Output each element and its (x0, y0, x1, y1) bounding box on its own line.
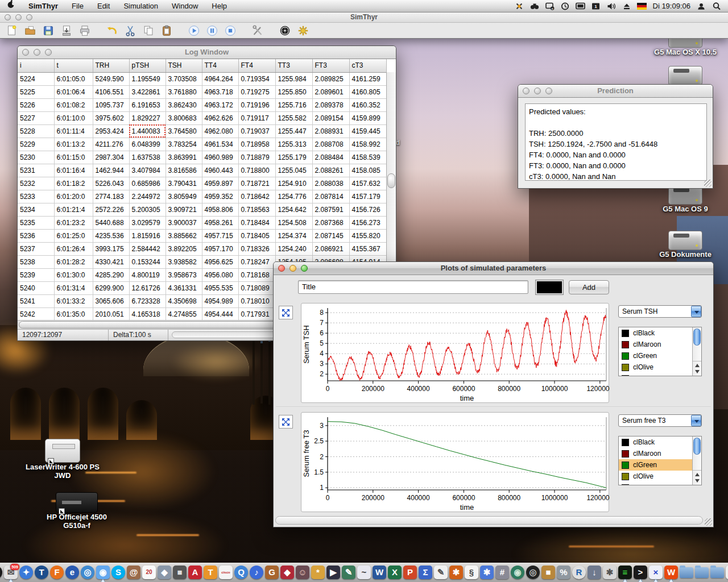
plots-window-titlebar[interactable]: Plots of simulated parameters (274, 262, 713, 275)
table-cell[interactable]: 0.719196 (238, 98, 275, 111)
dock-item-tiles[interactable]: # (495, 564, 509, 581)
dock-item-calculator[interactable]: % (557, 564, 570, 581)
menu-clock[interactable]: Di 19:09:06 (652, 2, 692, 10)
table-cell[interactable]: 2953.424 (93, 124, 129, 138)
table-cell[interactable]: 6:01:13:2 (54, 138, 93, 151)
table-cell[interactable]: 5240 (18, 281, 54, 294)
pause-simulation-button[interactable] (205, 24, 220, 38)
table-cell[interactable]: 4958.806 (202, 203, 238, 216)
table-cell[interactable]: 4.165318 (129, 307, 166, 321)
table-cell[interactable]: 4960.443 (202, 164, 238, 177)
dock-item-thunderbird[interactable]: T (35, 564, 48, 581)
table-cell[interactable]: 0.719275 (238, 85, 275, 98)
table-cell[interactable]: 4959.897 (202, 177, 238, 190)
menu-item-simthyr[interactable]: SimThyr (22, 0, 65, 13)
tools-button[interactable] (250, 24, 265, 38)
dock-item-globe-pen[interactable]: ✎ (342, 564, 355, 581)
column-header-cT3[interactable]: cT3 (349, 59, 386, 72)
zoom-button[interactable] (45, 49, 52, 56)
color-list-item[interactable] (619, 482, 701, 485)
table-cell[interactable]: 1254.776 (275, 190, 312, 203)
desktop-icon-g5-dokumente[interactable]: G5 Dokumente (657, 231, 714, 259)
scrollbar-arrows[interactable] (693, 361, 701, 376)
table-cell[interactable]: 5225 (18, 85, 54, 98)
dock-item-dashboard[interactable]: ◉ (0, 564, 2, 581)
dropdown-button[interactable] (691, 306, 701, 317)
table-cell[interactable]: 1255.850 (275, 85, 312, 98)
color-list-item-clOlive[interactable]: clOlive (619, 361, 701, 373)
color-list-tsh[interactable]: clBlackclMaroonclGreenclOlive (618, 327, 702, 376)
color-list-item-clGreen[interactable]: clGreen (619, 350, 701, 361)
dock-item-garageband[interactable]: G (265, 564, 279, 581)
table-cell[interactable]: 2.088261 (312, 164, 349, 177)
table-cell[interactable]: 4.274855 (166, 307, 202, 321)
column-header-FT4[interactable]: FT4 (238, 59, 275, 72)
dock-item-acrobat-reader[interactable]: A (188, 564, 202, 581)
eject-icon[interactable] (621, 1, 632, 11)
dock-item-certificate-doc[interactable]: § (465, 564, 478, 581)
plots-horizontal-scrollbar[interactable] (275, 516, 703, 525)
table-cell[interactable]: 4160.352 (349, 98, 386, 111)
table-cell[interactable]: 4964.264 (202, 72, 238, 85)
table-cell[interactable]: 6299.900 (93, 281, 129, 294)
dock-item-folder-documents[interactable] (695, 564, 709, 581)
table-cell[interactable]: 6:01:08:2 (54, 98, 93, 111)
dock-item-mathematica[interactable]: ✱ (449, 564, 463, 581)
table-cell[interactable]: 4956.625 (202, 255, 238, 268)
table-cell[interactable]: 4.800119 (129, 268, 166, 281)
table-cell[interactable]: 3.863991 (166, 151, 202, 164)
display-icon[interactable] (575, 1, 586, 11)
table-cell[interactable]: 2.087591 (312, 203, 349, 216)
table-cell[interactable]: 3.909721 (166, 203, 202, 216)
plot-title-input[interactable]: Title (298, 280, 528, 294)
dock-item-print-utility[interactable]: ↓ (588, 564, 601, 581)
table-cell[interactable]: 3.761880 (166, 85, 202, 98)
zoom-button[interactable] (26, 14, 32, 20)
color-list-item-clGreen[interactable]: clGreen (619, 459, 701, 471)
table-cell[interactable]: 2.088038 (312, 177, 349, 190)
table-cell[interactable]: 1254.642 (275, 203, 312, 216)
dock-item-folder-downloads[interactable] (710, 564, 724, 581)
column-header-TRH[interactable]: TRH (93, 59, 129, 72)
undo-button[interactable] (105, 24, 119, 38)
menu-item-window[interactable]: Window (165, 0, 205, 13)
table-cell[interactable]: 2.088484 (312, 151, 349, 164)
table-cell[interactable]: 2.087368 (312, 216, 349, 229)
color-list-item-clMaroon[interactable]: clMaroon (619, 448, 701, 459)
table-cell[interactable]: 2987.304 (93, 151, 129, 164)
table-cell[interactable]: 1.195549 (129, 72, 166, 85)
table-cell[interactable]: 3.805949 (166, 190, 202, 203)
minimize-button[interactable] (534, 88, 541, 94)
list-scrollbar[interactable] (692, 436, 701, 485)
scroll-up-icon[interactable] (695, 473, 700, 476)
table-cell[interactable]: 2.089154 (312, 111, 349, 124)
table-cell[interactable]: 5231 (18, 164, 54, 177)
dock-item-sigma-math[interactable]: Σ (419, 564, 432, 581)
zoom-button[interactable] (301, 265, 308, 272)
table-cell[interactable]: 0.718800 (238, 164, 275, 177)
table-cell[interactable]: 0.719354 (238, 72, 275, 85)
add-plot-button[interactable]: Add (569, 280, 609, 294)
close-button[interactable] (22, 49, 29, 56)
table-cell[interactable]: 0.718721 (238, 177, 275, 190)
menu-item-edit[interactable]: Edit (90, 0, 117, 13)
table-cell[interactable]: 4961.534 (202, 138, 238, 151)
table-cell[interactable]: 1.440083 (129, 124, 166, 138)
table-cell[interactable]: 4155.367 (349, 242, 386, 255)
dock-item-mail[interactable]: ✉509 (4, 564, 18, 581)
table-cell[interactable]: 5233 (18, 190, 54, 203)
table-cell[interactable]: 6.048399 (129, 138, 166, 151)
table-cell[interactable]: 4963.718 (202, 85, 238, 98)
table-cell[interactable]: 6:01:20:0 (54, 190, 93, 203)
zoom-button[interactable] (545, 88, 552, 94)
dock-item-photo-browser[interactable]: ■ (173, 564, 187, 581)
table-cell[interactable]: 4235.536 (93, 229, 129, 242)
table-cell[interactable]: 0.718642 (238, 190, 275, 203)
dock-item-pda-sync[interactable]: ◆ (158, 564, 171, 581)
dock-item-system-preferences[interactable]: ✱ (603, 564, 617, 581)
plot-color-swatch-button[interactable] (536, 280, 563, 294)
table-cell[interactable]: 3.029579 (129, 216, 166, 229)
scroll-down-icon[interactable] (695, 370, 700, 373)
table-cell[interactable]: 4161.259 (349, 72, 386, 85)
table-cell[interactable]: 0.685986 (129, 177, 166, 190)
